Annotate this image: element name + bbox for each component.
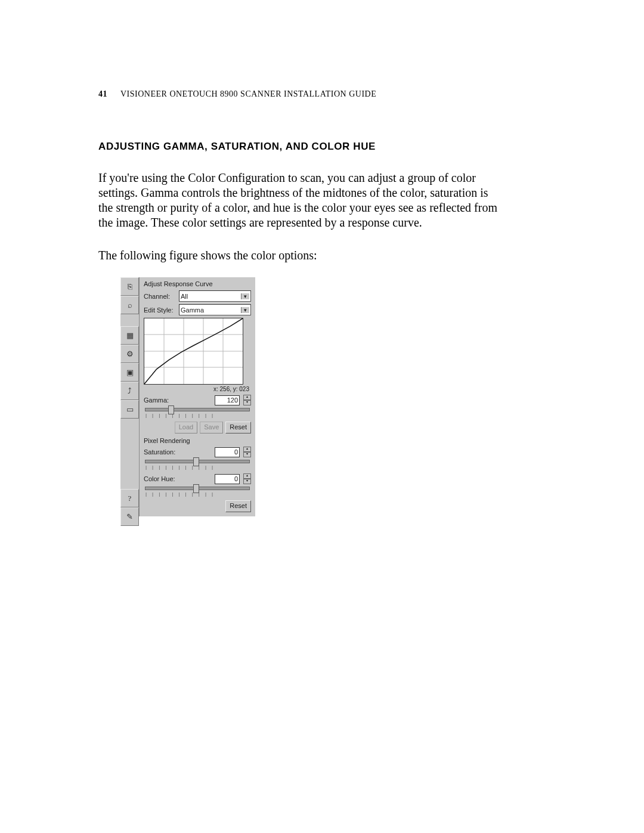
tool-help-icon[interactable]: ? (120, 489, 139, 507)
channel-value: All (181, 293, 188, 300)
adjust-response-panel: Adjust Response Curve Channel: All ▾ Edi… (139, 277, 255, 516)
reset-button[interactable]: Reset (225, 422, 251, 433)
edit-style-select[interactable]: Gamma ▾ (179, 304, 251, 315)
gamma-ticks: | | | | | | | | | | | (144, 413, 251, 418)
running-header: 41 VISIONEER ONETOUCH 8900 SCANNER INSTA… (98, 89, 566, 99)
header-text: VISIONEER ONETOUCH 8900 SCANNER INSTALLA… (120, 89, 376, 98)
pixel-rendering-heading: Pixel Rendering (144, 437, 251, 444)
page-number: 41 (98, 89, 107, 98)
tool-curve-icon[interactable]: ⤴ (120, 382, 139, 400)
color-hue-input[interactable]: 0 (215, 474, 240, 484)
saturation-label: Saturation: (144, 448, 177, 456)
channel-label: Channel: (144, 293, 177, 300)
load-button[interactable]: Load (175, 422, 197, 433)
saturation-input[interactable]: 0 (215, 447, 240, 457)
tool-strip: ⎘ ⌕ ▦ ⚙ ▣ ⤴ ▭ ? ✎ (120, 277, 139, 526)
color-hue-spinner[interactable]: ▴▾ (243, 473, 251, 484)
tool-grid-icon[interactable]: ▦ (120, 326, 139, 345)
save-button[interactable]: Save (200, 422, 223, 433)
gamma-spinner[interactable]: ▴▾ (243, 395, 251, 405)
color-hue-slider[interactable] (145, 487, 250, 490)
tool-page-icon[interactable]: ▭ (120, 400, 139, 419)
color-options-figure: ⎘ ⌕ ▦ ⚙ ▣ ⤴ ▭ ? ✎ Adjust Response Curve … (120, 277, 566, 526)
tool-zoom-icon[interactable]: ⌕ (120, 296, 139, 314)
color-hue-label: Color Hue: (144, 475, 177, 482)
response-curve-chart (144, 318, 243, 385)
pixel-reset-button[interactable]: Reset (225, 500, 251, 512)
panel-title: Adjust Response Curve (144, 280, 251, 287)
body-paragraph-1: If you're using the Color Configuration … (98, 171, 504, 230)
tool-scan-icon[interactable]: ⎘ (120, 277, 139, 296)
saturation-slider[interactable] (145, 460, 250, 463)
edit-style-label: Edit Style: (144, 306, 177, 314)
section-heading: ADJUSTING GAMMA, SATURATION, AND COLOR H… (98, 141, 566, 153)
edit-style-value: Gamma (181, 306, 204, 314)
channel-select[interactable]: All ▾ (179, 290, 251, 302)
gamma-label: Gamma: (144, 397, 177, 404)
curve-coordinates: x: 256, y: 023 (144, 386, 251, 392)
dropdown-arrow-icon: ▾ (241, 293, 249, 299)
tool-edit-icon[interactable]: ✎ (120, 507, 139, 526)
saturation-spinner[interactable]: ▴▾ (243, 447, 251, 457)
gamma-input[interactable]: 120 (215, 395, 240, 405)
gamma-slider[interactable] (145, 408, 250, 411)
tool-frame-icon[interactable]: ▣ (120, 363, 139, 382)
dropdown-arrow-icon: ▾ (241, 307, 249, 313)
tool-settings-icon[interactable]: ⚙ (120, 345, 139, 363)
body-paragraph-2: The following figure shows the color opt… (98, 248, 504, 263)
